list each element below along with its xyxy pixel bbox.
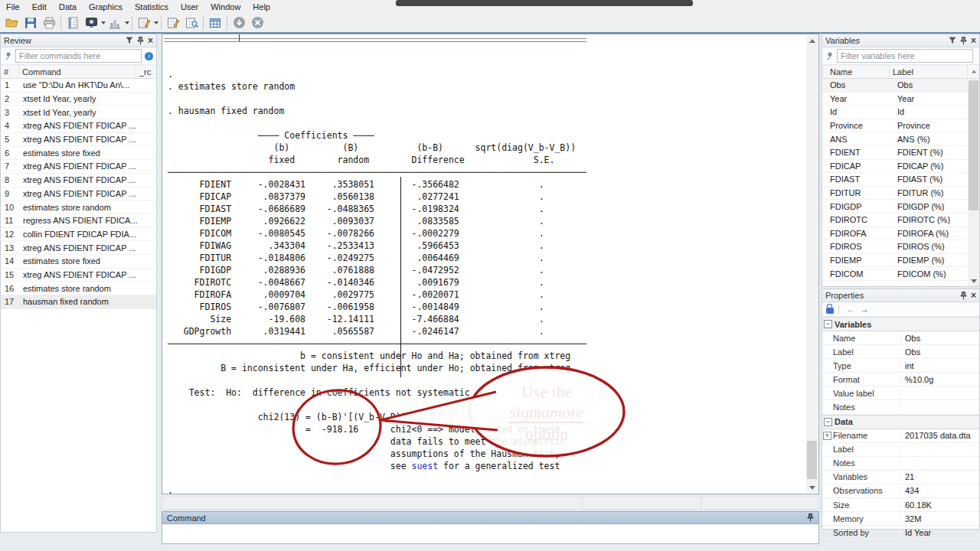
command-input[interactable] — [162, 524, 819, 544]
scroll-up-arrow[interactable] — [806, 35, 818, 46]
review-row[interactable]: 16estimates store random — [1, 282, 156, 295]
review-row[interactable]: 11regress ANS FDIENT FDICA... — [1, 214, 156, 228]
variable-row[interactable]: ProvinceProvince — [822, 119, 968, 133]
menu-data[interactable]: Data — [53, 2, 83, 12]
clear-more-icon[interactable] — [230, 15, 247, 31]
review-row[interactable]: 9xtreg ANS FDIENT FDICAP ... — [1, 187, 156, 201]
variable-row[interactable]: IdId — [822, 106, 968, 119]
property-value[interactable]: 32M — [901, 514, 979, 523]
close-icon[interactable]: × — [971, 37, 976, 44]
open-icon[interactable] — [4, 15, 21, 31]
variable-row[interactable]: YearYear — [822, 93, 968, 106]
review-row[interactable]: 8xtreg ANS FDIENT FDICAP ... — [1, 174, 156, 187]
review-row[interactable]: 17hausman fixed random — [1, 295, 156, 309]
properties-section-data[interactable]: −Data — [822, 415, 979, 429]
results-scroll-thumb[interactable] — [807, 441, 817, 479]
review-row[interactable]: 12collin FDIENT FDICAP FDIA... — [1, 228, 156, 242]
wrench-icon[interactable] — [4, 52, 12, 60]
property-value[interactable]: Obs — [901, 347, 979, 357]
review-row[interactable]: 10estimates store random — [1, 201, 156, 214]
collapse-expander-icon[interactable]: − — [824, 418, 832, 426]
forward-arrow-icon[interactable]: → — [860, 305, 869, 313]
variable-row[interactable]: FDICAPFDICAP (%) — [822, 160, 968, 174]
variable-row[interactable]: FDIENTFDIENT (%) — [822, 146, 968, 160]
review-row[interactable]: 4xtreg ANS FDIENT FDICAP ... — [1, 119, 156, 133]
review-row[interactable]: 5xtreg ANS FDIENT FDICAP ... — [1, 133, 156, 147]
break-icon[interactable] — [249, 15, 266, 31]
property-value[interactable]: int — [901, 361, 979, 370]
dropdown-caret-icon[interactable] — [125, 21, 129, 24]
print-icon[interactable] — [41, 15, 57, 31]
variables-manager-icon[interactable] — [207, 15, 224, 31]
scroll-down-arrow[interactable] — [806, 482, 818, 493]
review-row[interactable]: 3xtset Id Year, yearly — [1, 106, 156, 119]
variables-scroll-thumb[interactable] — [969, 80, 978, 210]
filter-funnel-icon[interactable] — [126, 37, 133, 44]
variable-row[interactable]: FDIGDPFDIGDP (%) — [822, 200, 968, 214]
data-editor-icon[interactable] — [165, 15, 181, 31]
review-row[interactable]: 6estimates store fixed — [1, 146, 156, 160]
close-icon[interactable]: × — [971, 292, 976, 299]
pin-icon[interactable] — [807, 514, 814, 522]
review-row[interactable]: 15xtreg ANS FDIENT FDICAP ... — [1, 269, 156, 282]
variable-row[interactable]: FDIASTFDIAST (%) — [822, 173, 968, 187]
info-icon[interactable]: i — [145, 52, 153, 60]
scroll-down-arrow[interactable] — [968, 276, 979, 286]
review-row[interactable]: 7xtreg ANS FDIENT FDICAP ... — [1, 160, 156, 174]
variable-row[interactable]: FDIROFAFDIROFA (%) — [822, 227, 968, 241]
review-filter-input[interactable] — [15, 49, 142, 63]
pin-icon[interactable] — [960, 37, 967, 45]
menu-user[interactable]: User — [175, 2, 204, 12]
property-value[interactable]: %10.0g — [901, 375, 979, 384]
property-value[interactable]: 434 — [901, 486, 979, 495]
collapse-expander-icon[interactable]: − — [824, 320, 832, 328]
property-value[interactable]: Id Year — [901, 528, 979, 537]
variables-col-label[interactable]: Label — [890, 65, 968, 78]
review-row[interactable]: 13xtreg ANS FDIENT FDICAP ... — [1, 241, 156, 255]
variable-row[interactable]: ObsObs — [822, 79, 968, 93]
menu-help[interactable]: Help — [247, 2, 276, 12]
review-row[interactable]: 14estimates store fixed — [1, 255, 156, 269]
review-col-command[interactable]: Command — [19, 65, 136, 78]
property-value[interactable]: 60.18K — [901, 500, 979, 510]
menu-file[interactable]: File — [0, 2, 26, 12]
variable-row[interactable]: FDIEMPFDIEMP (%) — [822, 254, 968, 268]
expand-icon[interactable]: + — [823, 432, 831, 440]
data-browser-icon[interactable] — [183, 15, 200, 31]
save-icon[interactable] — [22, 15, 39, 31]
log-icon[interactable] — [64, 15, 81, 31]
menu-graphics[interactable]: Graphics — [83, 2, 129, 12]
viewer-icon[interactable] — [83, 15, 100, 31]
pin-icon[interactable] — [137, 37, 144, 45]
menu-window[interactable]: Window — [204, 2, 247, 12]
variable-row[interactable]: FDICOMFDICOM (%) — [822, 267, 968, 281]
variables-filter-input[interactable] — [837, 49, 973, 63]
close-icon[interactable]: × — [148, 37, 153, 44]
review-col-rc[interactable]: _rc — [136, 65, 156, 78]
variable-row[interactable]: ANSANS (%) — [822, 132, 968, 146]
menu-edit[interactable]: Edit — [26, 2, 53, 12]
property-value[interactable]: 2017035 data.dta — [901, 431, 979, 440]
graph-icon[interactable] — [106, 15, 123, 31]
variable-row[interactable]: FDIROTCFDIROTC (%) — [822, 214, 968, 227]
menu-statistics[interactable]: Statistics — [129, 2, 175, 12]
scroll-up-arrow[interactable] — [968, 65, 979, 78]
review-row[interactable]: 2xtset Id Year, yearly — [1, 93, 156, 106]
variables-col-name[interactable]: Name — [822, 65, 890, 78]
wrench-icon[interactable] — [825, 52, 834, 60]
filter-funnel-icon[interactable] — [949, 37, 956, 44]
results-scrollbar[interactable] — [806, 35, 818, 493]
back-arrow-icon[interactable]: ← — [846, 305, 855, 313]
dropdown-caret-icon[interactable] — [154, 21, 158, 24]
variable-row[interactable]: FDITURFDITUR (%) — [822, 187, 968, 201]
property-value[interactable]: Obs — [901, 334, 979, 343]
lock-icon[interactable] — [826, 308, 834, 314]
dropdown-caret-icon[interactable] — [101, 21, 106, 24]
property-value[interactable]: 21 — [901, 472, 979, 481]
do-file-editor-icon[interactable] — [136, 15, 152, 31]
properties-section-variables[interactable]: −Variables — [822, 317, 979, 331]
variables-scrollbar[interactable] — [968, 79, 979, 286]
review-row[interactable]: 1use "D:\Du An HKT\Du An\... — [1, 79, 156, 93]
review-col-num[interactable]: # — [1, 65, 19, 78]
pin-icon[interactable] — [960, 292, 967, 300]
